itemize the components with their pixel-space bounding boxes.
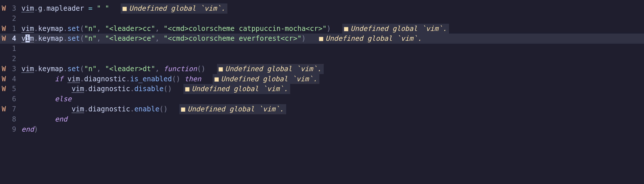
token: m xyxy=(30,34,34,43)
token: ) xyxy=(301,34,306,43)
warning-icon: ■ xyxy=(214,75,218,83)
token: () xyxy=(159,105,168,113)
warning-icon: ■ xyxy=(344,25,348,33)
sign-column: W xyxy=(2,24,8,34)
code-line[interactable]: 1 xyxy=(0,44,644,54)
warning-icon: ■ xyxy=(185,85,189,93)
token: () xyxy=(172,75,180,83)
token: . xyxy=(34,4,38,12)
code-content[interactable]: vim.g.mapleader = " " xyxy=(18,3,109,14)
code-content[interactable]: vim.diagnostic.disable() xyxy=(18,84,172,94)
code-line[interactable]: W7 vim.diagnostic.enable()■Undefined glo… xyxy=(0,104,644,114)
line-number: 2 xyxy=(8,54,18,64)
token: vim xyxy=(71,105,84,113)
token: , xyxy=(97,25,105,33)
diagnostic-virtual-text: ■Undefined global `vim`. xyxy=(217,64,324,74)
code-line[interactable]: W5 vim.diagnostic.disable()■Undefined gl… xyxy=(0,84,644,94)
token xyxy=(21,75,55,83)
code-line[interactable]: 9end) xyxy=(0,124,644,135)
line-number: 1 xyxy=(8,44,18,54)
token: . xyxy=(80,75,84,83)
warning-icon: ■ xyxy=(219,65,223,73)
code-content[interactable]: if vim.diagnostic.is_enabled() then xyxy=(18,74,201,84)
diagnostic-virtual-text: ■Undefined global `vim`. xyxy=(121,3,227,14)
diagnostic-virtual-text: ■Undefined global `vim`. xyxy=(183,84,290,94)
code-editor[interactable]: W3vim.g.mapleader = " "■Undefined global… xyxy=(0,3,644,134)
line-number: 5 xyxy=(8,84,18,94)
token xyxy=(63,75,67,83)
warning-icon: ■ xyxy=(319,34,323,43)
token: . xyxy=(63,65,67,73)
token xyxy=(21,95,55,103)
sign-column: W xyxy=(2,34,8,44)
token: vim xyxy=(67,75,80,83)
token: ( xyxy=(80,25,84,33)
warning-icon: ■ xyxy=(122,4,126,12)
diagnostic-message: Undefined global `vim`. xyxy=(129,4,225,12)
token: "n" xyxy=(84,25,97,33)
line-number: 4 xyxy=(8,34,18,44)
token: vim xyxy=(21,4,34,12)
sign-column: W xyxy=(2,64,8,74)
token: . xyxy=(42,4,46,12)
token: if xyxy=(55,75,63,83)
token: vim xyxy=(21,65,34,73)
line-number: 1 xyxy=(8,24,18,34)
token: "<cmd>colorscheme everforest<cr>" xyxy=(163,34,301,43)
token: diagnostic xyxy=(88,85,130,93)
code-line[interactable]: 6 else xyxy=(0,94,644,104)
token: vim xyxy=(21,25,34,33)
token xyxy=(84,4,88,12)
code-content[interactable]: end) xyxy=(18,124,38,135)
token: . xyxy=(34,34,38,43)
token xyxy=(21,115,55,123)
code-line[interactable]: 2 xyxy=(0,14,644,24)
token xyxy=(180,75,184,83)
code-content[interactable]: vim.keymap.set("n", "<leader>cc", "<cmd>… xyxy=(18,24,331,34)
warning-icon: ■ xyxy=(181,105,185,113)
token: function xyxy=(163,65,197,73)
code-line[interactable]: W4 if vim.diagnostic.is_enabled() then■U… xyxy=(0,74,644,84)
token: "n" xyxy=(84,34,97,43)
token: . xyxy=(130,105,134,113)
line-number: 3 xyxy=(8,64,18,74)
code-line-current[interactable]: W4vim.keymap.set("n", "<leader>ce", "<cm… xyxy=(0,34,644,44)
code-line[interactable]: W3vim.g.mapleader = " "■Undefined global… xyxy=(0,3,644,14)
token: set xyxy=(67,34,80,43)
code-line[interactable]: W3vim.keymap.set("n", "<leader>dt", func… xyxy=(0,64,644,74)
token: vim xyxy=(71,85,84,93)
code-content[interactable]: vim.diagnostic.enable() xyxy=(18,104,168,114)
token: , xyxy=(155,65,163,73)
token xyxy=(21,105,71,113)
token: . xyxy=(130,85,134,93)
code-line[interactable]: 2 xyxy=(0,54,644,64)
token: v xyxy=(21,34,25,43)
token: ( xyxy=(80,65,84,73)
token: "n" xyxy=(84,65,97,73)
token: . xyxy=(63,34,67,43)
code-line[interactable]: 8 end xyxy=(0,114,644,124)
token: , xyxy=(97,65,105,73)
code-content[interactable]: end xyxy=(18,114,67,124)
token: "<leader>ce" xyxy=(105,34,155,43)
token: set xyxy=(67,25,80,33)
diagnostic-virtual-text: ■Undefined global `vim`. xyxy=(342,24,449,34)
token: keymap xyxy=(38,25,63,33)
token: ( xyxy=(80,34,84,43)
code-line[interactable]: W1vim.keymap.set("n", "<leader>cc", "<cm… xyxy=(0,24,644,34)
diagnostic-virtual-text: ■Undefined global `vim`. xyxy=(317,34,424,44)
token: , xyxy=(155,25,163,33)
code-content[interactable]: vim.keymap.set("n", "<leader>dt", functi… xyxy=(18,64,205,74)
token: . xyxy=(84,105,88,113)
diagnostic-message: Undefined global `vim`. xyxy=(351,25,447,33)
token: = xyxy=(88,4,92,12)
line-number: 2 xyxy=(8,14,18,24)
code-content[interactable]: else xyxy=(18,94,71,104)
code-content[interactable]: vim.keymap.set("n", "<leader>ce", "<cmd>… xyxy=(18,34,306,44)
token: , xyxy=(97,34,105,43)
diagnostic-message: Undefined global `vim`. xyxy=(325,34,422,43)
line-number: 3 xyxy=(8,3,18,14)
token: . xyxy=(34,25,38,33)
line-number: 4 xyxy=(8,74,18,84)
token: diagnostic xyxy=(84,75,126,83)
